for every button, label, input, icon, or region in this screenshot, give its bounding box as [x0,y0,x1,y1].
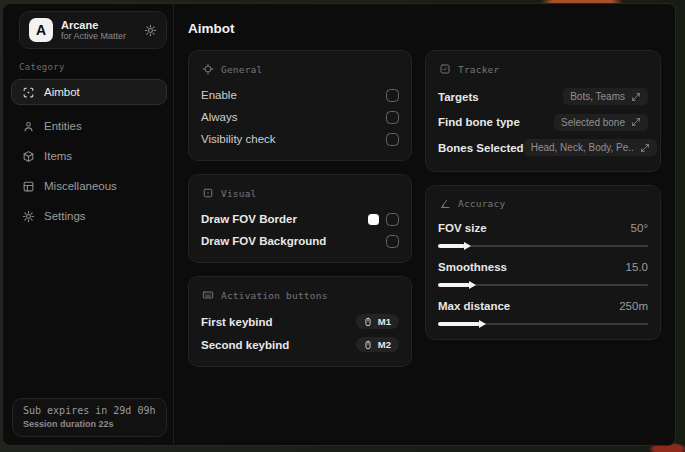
setting-row-second-keybind: Second keybind M2 [201,333,399,356]
setting-row-always: Always [201,106,399,128]
mouse-icon [363,317,373,327]
sidebar-item-items[interactable]: Items [11,143,167,169]
sidebar-item-entities[interactable]: Entities [11,113,167,139]
enable-checkbox[interactable] [386,89,399,102]
dropdown-value: Bots, Teams [570,91,625,102]
cube-icon [22,150,35,163]
setting-row-enable: Enable [201,84,399,106]
activation-card: Activation buttons First keybind [188,276,412,367]
slider-fill[interactable] [438,283,470,287]
setting-label: Targets [438,91,563,103]
game-background: A Arcane for Active Matter Category [0,0,685,452]
brand-card: A Arcane for Active Matter [19,11,167,49]
always-checkbox[interactable] [386,111,399,124]
setting-label: Always [201,111,386,123]
session-duration-text: Session duration 22s [23,419,156,429]
sidebar-item-label: Entities [44,120,82,132]
sidebar-item-label: Items [44,150,72,162]
setting-row-visibility-check: Visibility check [201,128,399,150]
setting-label: Bones Selected [438,142,524,154]
visibility-check-checkbox[interactable] [386,133,399,146]
dropdown-value: Head, Neck, Body, Pe.. [531,142,634,153]
setting-label: Find bone type [438,116,554,128]
slider-fill[interactable] [438,322,480,326]
fov-border-checkbox[interactable] [386,213,399,226]
tracker-card-header: Tracker [439,63,648,75]
subscription-card: Sub expires in 29d 09h Session duration … [12,398,167,437]
max-distance-slider[interactable] [438,323,648,325]
expand-icon [640,143,650,153]
target-box-icon [439,63,451,75]
sidebar-item-settings[interactable]: Settings [11,203,167,229]
setting-row-fov-background: Draw FOV Background [201,230,399,252]
setting-row-fov-border: Draw FOV Border [201,208,399,230]
person-icon [22,120,35,133]
setting-row-first-keybind: First keybind M1 [201,310,399,333]
sidebar-item-aimbot[interactable]: Aimbot [11,79,167,105]
targets-dropdown[interactable]: Bots, Teams [563,88,648,105]
sidebar: A Arcane for Active Matter Category [3,4,174,445]
section-title: Activation buttons [221,290,328,301]
gear-icon[interactable] [144,24,157,37]
slider-value: 250m [619,300,648,312]
brand-logo: A [29,18,53,42]
activation-card-header: Activation buttons [202,289,399,301]
dropdown-value: Selected bone [561,117,625,128]
section-title: Accuracy [458,198,505,209]
sidebar-item-label: Aimbot [44,86,80,98]
find-bone-type-dropdown[interactable]: Selected bone [554,114,648,131]
visual-card-header: Visual [202,187,399,199]
sub-expiry-text: Sub expires in 29d 09h [23,405,156,416]
fov-size-slider[interactable] [438,245,648,247]
fov-background-checkbox[interactable] [386,235,399,248]
slider-fill[interactable] [438,244,465,248]
brand-name: Arcane [61,19,136,32]
section-title: Visual [221,188,257,199]
setting-label: Draw FOV Background [201,235,386,247]
accuracy-card: Accuracy FOV size 50° [425,185,661,340]
smoothness-slider-group: Smoothness 15.0 [438,258,648,286]
left-column: General Enable Always Visibility check [188,50,412,380]
fov-border-color-swatch[interactable] [368,214,379,225]
setting-row-targets: Targets Bots, Teams [438,84,648,110]
general-card: General Enable Always Visibility check [188,50,412,161]
sidebar-item-label: Miscellaneous [44,180,117,192]
setting-label: Draw FOV Border [201,213,368,225]
fov-size-slider-group: FOV size 50° [438,219,648,247]
first-keybind-button[interactable]: M1 [356,314,399,329]
keybind-value: M1 [378,316,391,327]
angle-icon [439,198,451,210]
expand-icon [631,117,641,127]
category-label: Category [19,62,167,72]
expand-icon [631,92,641,102]
smoothness-slider[interactable] [438,284,648,286]
slider-value: 15.0 [626,261,648,273]
main-panel: Aimbot General [174,4,675,445]
general-card-header: General [202,63,399,75]
second-keybind-button[interactable]: M2 [356,337,399,352]
setting-label: Second keybind [201,339,356,351]
page-title: Aimbot [188,21,661,36]
brand-text: Arcane for Active Matter [61,19,136,42]
section-title: Tracker [458,64,499,75]
keybind-value: M2 [378,339,391,350]
sidebar-item-miscellaneous[interactable]: Miscellaneous [11,173,167,199]
crosshair-icon [202,63,214,75]
cheat-menu-window: A Arcane for Active Matter Category [2,3,676,446]
section-title: General [221,64,262,75]
category-nav: Aimbot Entities [11,79,167,229]
setting-label: Enable [201,89,386,101]
setting-row-find-bone-type: Find bone type Selected bone [438,110,648,136]
bones-selected-dropdown[interactable]: Head, Neck, Body, Pe.. [524,139,657,156]
visual-card: Visual Draw FOV Border Draw FOV Backgrou… [188,174,412,263]
aimbot-scan-icon [22,86,35,99]
setting-label: Smoothness [438,261,626,273]
gear-icon [22,210,35,223]
brand-subtitle: for Active Matter [61,31,136,41]
setting-label: FOV size [438,222,631,234]
keyboard-icon [202,289,214,301]
sidebar-item-label: Settings [44,210,86,222]
right-column: Tracker Targets Bots, Teams [425,50,661,353]
setting-label: First keybind [201,316,356,328]
setting-label: Visibility check [201,133,386,145]
